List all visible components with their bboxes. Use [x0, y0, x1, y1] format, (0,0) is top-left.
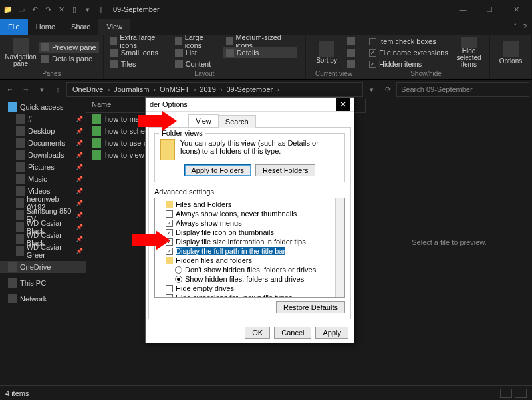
nav-item[interactable]: Quick access [0, 101, 86, 113]
dialog-close-button[interactable]: ✕ [336, 98, 350, 111]
nav-item[interactable]: This PC [0, 277, 86, 289]
details-pane-button[interactable]: Details pane [39, 53, 99, 64]
reset-folders-button[interactable]: Reset Folders [255, 164, 315, 176]
file-extensions-toggle[interactable]: File name extensions [366, 47, 451, 58]
dropdown-icon[interactable]: ▾ [82, 4, 93, 15]
nav-item[interactable]: Music📌 [0, 173, 86, 185]
advanced-tree-item[interactable]: Always show menus [156, 218, 343, 228]
chevron-right-icon[interactable]: › [153, 85, 156, 93]
advanced-tree-item[interactable]: Show hidden files, folders and drives [156, 274, 343, 284]
dialog-titlebar[interactable]: der Options ✕ [146, 98, 354, 112]
nav-item[interactable]: Documents📌 [0, 137, 86, 149]
advanced-tree-item[interactable]: Display file icon on thumbnails [156, 228, 343, 237]
preview-pane-button[interactable]: Preview pane [39, 42, 99, 53]
breadcrumb-segment[interactable]: Journalism [111, 84, 152, 95]
content-button[interactable]: Content [172, 59, 222, 69]
icons-view-button[interactable] [515, 389, 527, 398]
advanced-tree-item[interactable]: Files and Folders [156, 200, 343, 209]
add-columns-icon[interactable] [344, 47, 358, 58]
collapse-ribbon-icon[interactable]: ˄ [513, 23, 517, 31]
breadcrumb-segment[interactable]: 09-September [223, 84, 275, 95]
home-tab[interactable]: Home [28, 19, 63, 35]
cancel-button[interactable]: Cancel [274, 327, 311, 339]
view-tab[interactable]: View [98, 19, 130, 35]
item-checkboxes-toggle[interactable]: Item check boxes [366, 36, 451, 47]
advanced-tree-item[interactable]: Display file size information in folder … [156, 237, 343, 246]
nav-icon [16, 138, 25, 148]
group-by-icon[interactable] [344, 36, 358, 47]
hidden-items-toggle[interactable]: Hidden items [366, 59, 451, 69]
chevron-right-icon[interactable]: › [277, 85, 279, 93]
advanced-scrollbar[interactable] [335, 198, 344, 297]
checkbox[interactable] [166, 220, 173, 227]
nav-item[interactable]: Downloads📌 [0, 149, 86, 161]
undo-icon[interactable]: ↶ [29, 4, 40, 15]
close-button[interactable]: ✕ [503, 0, 529, 19]
back-button[interactable]: ← [3, 82, 17, 97]
properties-icon[interactable]: ▭ [16, 4, 27, 15]
nav-item[interactable]: WD Caviar Greer📌 [0, 245, 86, 257]
sort-by-button[interactable]: Sort by [310, 36, 343, 69]
rename-icon[interactable]: ▯ [69, 4, 80, 15]
extra-large-icons-button[interactable]: Extra large icons [108, 36, 171, 47]
forward-button[interactable]: → [19, 82, 33, 97]
tab-view[interactable]: View [188, 114, 219, 128]
radio[interactable] [175, 266, 182, 274]
options-button[interactable]: Options [494, 36, 527, 69]
advanced-tree-item[interactable]: Hide extensions for known file types [156, 293, 343, 298]
chevron-right-icon[interactable]: › [194, 85, 196, 93]
tiles-button[interactable]: Tiles [108, 59, 171, 69]
breadcrumb-segment[interactable]: OnMSFT [157, 84, 192, 95]
tab-search[interactable]: Search [218, 115, 256, 128]
advanced-tree-item[interactable]: Display the full path in the title bar [156, 246, 343, 256]
hide-selected-button[interactable]: Hide selected items [452, 36, 485, 69]
up-button[interactable]: ↑ [51, 82, 65, 97]
details-view-button[interactable] [500, 389, 512, 398]
checkbox[interactable] [166, 294, 173, 298]
file-tab[interactable]: File [0, 19, 28, 35]
ok-button[interactable]: OK [245, 327, 270, 339]
qat-sep: | [96, 4, 106, 15]
refresh-button[interactable]: ⟳ [380, 82, 395, 97]
nav-item[interactable]: Desktop📌 [0, 125, 86, 137]
large-icons-button[interactable]: Large icons [172, 36, 222, 47]
pin-icon: 📌 [76, 236, 83, 242]
delete-icon[interactable]: ✕ [56, 4, 66, 15]
chevron-right-icon[interactable]: › [220, 85, 223, 93]
help-icon[interactable]: ? [523, 23, 527, 31]
pin-icon: 📌 [76, 140, 83, 146]
breadcrumb-segment[interactable]: 2019 [197, 84, 218, 95]
search-input[interactable]: Search 09-September [396, 82, 529, 97]
details-button[interactable]: Details [223, 47, 297, 58]
nav-item[interactable]: Pictures📌 [0, 161, 86, 173]
advanced-tree-item[interactable]: Don't show hidden files, folders or driv… [156, 265, 343, 274]
list-button[interactable]: List [172, 47, 222, 58]
breadcrumb[interactable]: OneDrive›Journalism›OnMSFT›2019›09-Septe… [66, 82, 363, 97]
redo-icon[interactable]: ↷ [43, 4, 53, 15]
small-icons-button[interactable]: Small icons [108, 47, 171, 58]
item-count: 4 items [5, 389, 29, 397]
advanced-tree-item[interactable]: Hidden files and folders [156, 256, 343, 265]
current-view-label: Current view [310, 69, 358, 78]
minimize-button[interactable]: — [450, 0, 476, 19]
nav-item[interactable]: #📌 [0, 113, 86, 125]
breadcrumb-dropdown[interactable]: ▾ [364, 82, 379, 97]
breadcrumb-segment[interactable]: OneDrive [70, 84, 106, 95]
recent-dropdown[interactable]: ▾ [35, 82, 49, 97]
apply-button[interactable]: Apply [315, 327, 348, 339]
maximize-button[interactable]: ☐ [476, 0, 503, 19]
checkbox[interactable] [166, 210, 173, 218]
medium-icons-button[interactable]: Medium-sized icons [223, 36, 297, 47]
advanced-tree-item[interactable]: Hide empty drives [156, 284, 343, 293]
chevron-right-icon[interactable]: › [107, 85, 110, 93]
restore-defaults-button[interactable]: Restore Defaults [276, 301, 345, 313]
size-columns-icon[interactable] [344, 59, 358, 69]
advanced-tree-item[interactable]: Always show icons, never thumbnails [156, 209, 343, 218]
radio[interactable] [175, 276, 182, 283]
nav-item[interactable]: OneDrive [0, 261, 86, 273]
share-tab[interactable]: Share [63, 19, 98, 35]
nav-item[interactable]: Network [0, 293, 86, 305]
apply-to-folders-button[interactable]: Apply to Folders [184, 164, 251, 176]
checkbox[interactable] [166, 285, 173, 292]
nav-pane-button[interactable]: Navigation pane [4, 36, 37, 69]
